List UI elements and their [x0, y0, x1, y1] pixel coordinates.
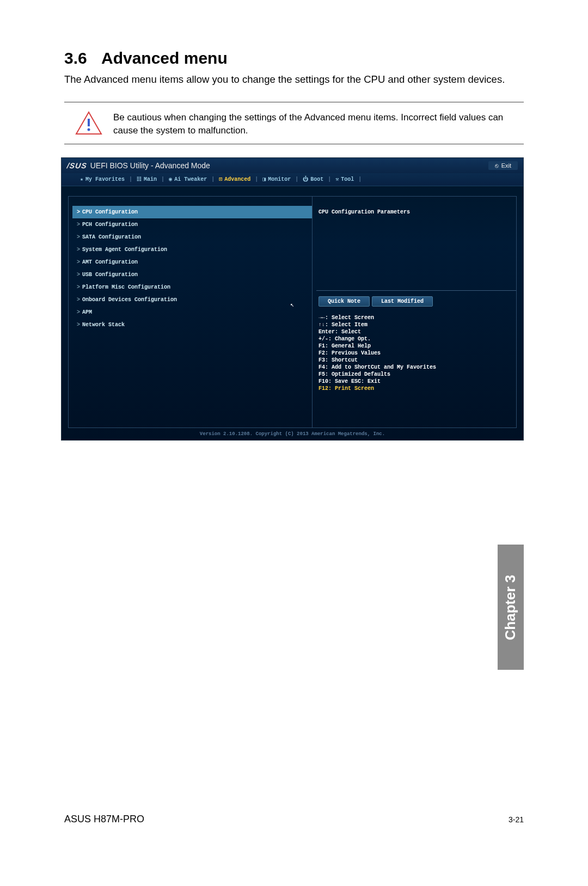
- tab-monitor[interactable]: ◨Monitor: [259, 176, 294, 182]
- tab-label: Boot: [310, 176, 323, 182]
- chevron-right-icon: >: [77, 222, 80, 228]
- tab-label: Advanced: [224, 176, 250, 182]
- menu-item-pch-configuration[interactable]: > PCH Configuration: [72, 218, 312, 231]
- help-key-line: Enter: Select: [318, 328, 514, 335]
- menu-item-amt-configuration[interactable]: > AMT Configuration: [72, 256, 312, 268]
- help-key-line: F1: General Help: [318, 343, 514, 350]
- help-key-line: +/-: Change Opt.: [318, 335, 514, 343]
- menu-item-label: Onboard Devices Configuration: [82, 297, 177, 303]
- menu-item-apm[interactable]: > APM: [72, 306, 312, 319]
- monitor-icon: ◨: [262, 176, 266, 182]
- menu-item-label: System Agent Configuration: [82, 247, 167, 253]
- exit-label: Exit: [501, 162, 511, 169]
- last-modified-button[interactable]: Last Modified: [372, 296, 433, 307]
- help-key-line: F4: Add to ShortCut and My Favorites: [318, 364, 514, 371]
- chevron-right-icon: >: [77, 284, 80, 290]
- bios-screenshot: /SUS UEFI BIOS Utility - Advanced Mode ⎋…: [61, 157, 524, 441]
- ai-tweaker-icon: ◉: [169, 176, 172, 182]
- chevron-right-icon: >: [77, 247, 80, 253]
- tab-main[interactable]: ☷Main: [133, 176, 160, 182]
- help-key-line: F10: Save ESC: Exit: [318, 378, 514, 385]
- tab-advanced[interactable]: ⊡Advanced: [216, 176, 254, 182]
- tab-label: Tool: [341, 176, 354, 182]
- chevron-right-icon: >: [77, 297, 80, 303]
- menu-item-onboard-devices-configuration[interactable]: > Onboard Devices Configuration: [72, 294, 312, 306]
- menu-item-sata-configuration[interactable]: > SATA Configuration: [72, 231, 312, 243]
- menu-item-label: APM: [82, 309, 92, 315]
- tab-boot[interactable]: ⏻Boot: [299, 176, 327, 182]
- help-key-line: →←: Select Screen: [318, 314, 514, 321]
- page-footer: ASUS H87M-PRO 3-21: [64, 814, 524, 825]
- help-key-line: F5: Optimized Defaults: [318, 371, 514, 378]
- warning-icon: [64, 111, 113, 135]
- quick-note-button[interactable]: Quick Note: [318, 296, 370, 307]
- chevron-right-icon: >: [77, 234, 80, 240]
- help-key-line: F3: Shortcut: [318, 357, 514, 364]
- help-keys: →←: Select Screen↑↓: Select ItemEnter: S…: [316, 312, 517, 394]
- bios-title: UEFI BIOS Utility - Advanced Mode: [90, 161, 210, 170]
- chevron-right-icon: >: [77, 209, 80, 215]
- help-key-line: F12: Print Screen: [318, 385, 514, 392]
- chevron-right-icon: >: [77, 309, 80, 315]
- section-header: 3.6Advanced menu: [64, 49, 524, 68]
- chapter-tab: Chapter 3: [498, 545, 524, 670]
- main-icon: ☷: [137, 176, 142, 182]
- tab-tool[interactable]: ⚒Tool: [332, 176, 357, 182]
- tab-label: Monitor: [268, 176, 291, 182]
- svg-rect-1: [88, 119, 90, 126]
- tab-label: My Favorites: [85, 176, 125, 182]
- exit-button[interactable]: ⎋ Exit: [488, 161, 518, 170]
- warning-callout: Be cautious when changing the settings o…: [64, 102, 524, 144]
- menu-item-platform-misc-configuration[interactable]: > Platform Misc Configuration: [72, 281, 312, 294]
- tab-ai-tweaker[interactable]: ◉Ai Tweaker: [166, 176, 210, 182]
- menu-item-label: Platform Misc Configuration: [82, 284, 170, 290]
- help-key-line: ↑↓: Select Item: [318, 321, 514, 328]
- tab-label: Ai Tweaker: [174, 176, 207, 182]
- menu-item-label: CPU Configuration: [82, 209, 138, 215]
- bios-footer: Version 2.10.1208. Copyright (C) 2013 Am…: [62, 431, 523, 437]
- section-body: The Advanced menu items allow you to cha…: [64, 73, 524, 87]
- menu-item-network-stack[interactable]: > Network Stack: [72, 319, 312, 331]
- footer-page-number: 3-21: [509, 815, 524, 824]
- menu-item-label: Network Stack: [82, 322, 125, 328]
- bios-titlebar: /SUS UEFI BIOS Utility - Advanced Mode ⎋…: [62, 158, 523, 173]
- menu-item-cpu-configuration[interactable]: > CPU Configuration: [72, 206, 312, 218]
- tool-icon: ⚒: [335, 176, 339, 182]
- menu-item-system-agent-configuration[interactable]: > System Agent Configuration: [72, 243, 312, 256]
- chapter-tab-label: Chapter 3: [503, 575, 519, 640]
- menu-item-label: PCH Configuration: [82, 222, 138, 228]
- menu-item-label: USB Configuration: [82, 272, 138, 278]
- chevron-right-icon: >: [77, 259, 80, 265]
- tab-label: Main: [144, 176, 157, 182]
- help-key-line: F2: Previous Values: [318, 350, 514, 357]
- chevron-right-icon: >: [77, 272, 80, 278]
- menu-item-label: SATA Configuration: [82, 234, 141, 240]
- exit-icon: ⎋: [495, 162, 499, 169]
- section-title: Advanced menu: [101, 49, 228, 67]
- menu-item-label: AMT Configuration: [82, 259, 138, 265]
- footer-product: ASUS H87M-PRO: [64, 814, 144, 825]
- help-header: CPU Configuration Parameters: [316, 206, 517, 226]
- svg-point-2: [88, 128, 90, 131]
- advanced-icon: ⊡: [219, 176, 222, 182]
- cursor-icon: ↖: [290, 301, 294, 309]
- asus-logo: /SUS: [66, 161, 88, 170]
- menu-item-usb-configuration[interactable]: > USB Configuration: [72, 268, 312, 281]
- warning-text: Be cautious when changing the settings o…: [113, 111, 524, 137]
- tab-my-favorites[interactable]: ★My Favorites: [77, 176, 128, 182]
- section-number: 3.6: [64, 49, 101, 68]
- bios-menu-list: > CPU Configuration> PCH Configuration> …: [72, 206, 312, 394]
- boot-icon: ⏻: [303, 176, 308, 182]
- bios-tab-bar: ★My Favorites|☷Main|◉Ai Tweaker|⊡Advance…: [62, 173, 523, 186]
- my-favorites-icon: ★: [80, 176, 83, 182]
- chevron-right-icon: >: [77, 322, 80, 328]
